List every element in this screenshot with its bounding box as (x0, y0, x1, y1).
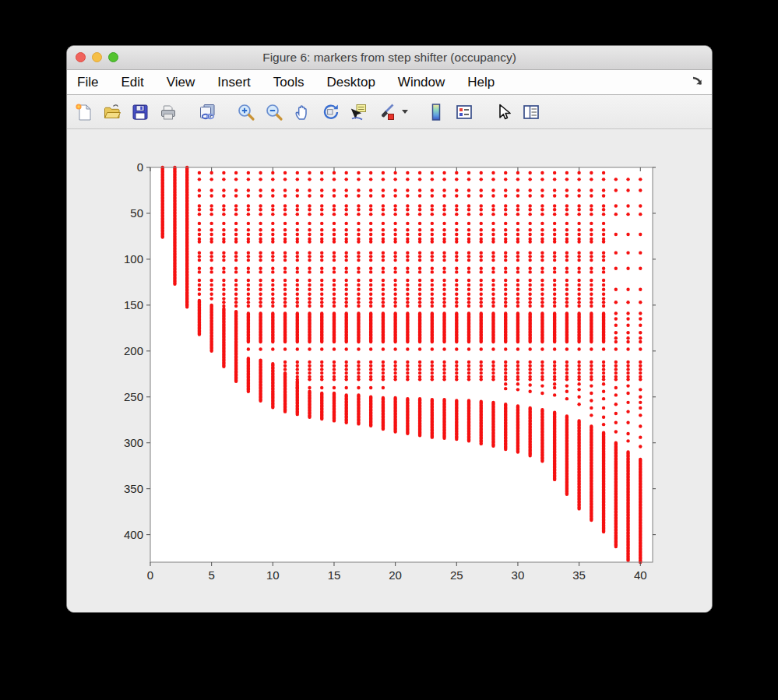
svg-text:300: 300 (124, 436, 143, 449)
save-figure-button[interactable] (129, 101, 151, 123)
property-inspector-button[interactable] (520, 101, 542, 123)
svg-text:0: 0 (137, 160, 143, 174)
menu-item-desktop[interactable]: Desktop (326, 75, 375, 90)
svg-text:25: 25 (450, 568, 463, 582)
svg-text:40: 40 (634, 568, 647, 582)
menu-item-view[interactable]: View (167, 75, 195, 90)
edit-plot-icon (494, 103, 512, 121)
zoom-out-button[interactable] (263, 101, 285, 123)
menu-item-insert[interactable]: Insert (217, 75, 251, 90)
zoom-in-icon (237, 103, 255, 121)
menu-bar: FileEditViewInsertToolsDesktopWindowHelp (67, 70, 712, 95)
open-file-button[interactable] (101, 101, 123, 123)
new-figure-icon (75, 103, 93, 121)
svg-text:100: 100 (124, 252, 143, 266)
toolbar-group (492, 101, 542, 123)
data-cursor-icon (349, 103, 368, 121)
menu-item-help[interactable]: Help (467, 75, 495, 90)
insert-legend-icon (455, 103, 473, 121)
print-figure-icon (159, 103, 178, 121)
svg-text:200: 200 (124, 344, 143, 357)
menu-item-tools[interactable]: Tools (273, 75, 305, 90)
svg-text:30: 30 (512, 568, 525, 582)
brush-icon (377, 103, 396, 121)
svg-text:5: 5 (208, 568, 214, 582)
pan-icon (293, 103, 312, 121)
print-figure-button[interactable] (157, 101, 179, 123)
toolbar-group (235, 101, 408, 123)
svg-text:35: 35 (572, 568, 586, 582)
data-cursor-button[interactable] (347, 101, 369, 123)
svg-text:250: 250 (124, 390, 143, 403)
new-figure-button[interactable] (73, 101, 95, 123)
svg-text:350: 350 (124, 482, 143, 495)
property-inspector-icon (522, 103, 540, 121)
zoom-button[interactable] (108, 52, 118, 62)
figure-toolbar (67, 95, 712, 129)
menu-item-file[interactable]: File (77, 75, 98, 90)
desktop-background: { "window": { "title": "Figure 6: marker… (0, 0, 778, 700)
open-file-icon (103, 103, 121, 121)
plot-axes[interactable]: 0510152025303540050100150200250300350400 (67, 129, 713, 613)
menu-item-window[interactable]: Window (398, 75, 445, 90)
figure-canvas: 0510152025303540050100150200250300350400 (67, 129, 712, 613)
zoom-out-icon (265, 103, 283, 121)
insert-colorbar-button[interactable] (425, 101, 447, 123)
toolbar-group (196, 101, 218, 123)
menu-item-edit[interactable]: Edit (121, 75, 143, 90)
svg-text:20: 20 (389, 568, 402, 582)
brush-dropdown-caret-icon[interactable] (402, 110, 408, 114)
minimize-button[interactable] (92, 52, 102, 62)
window-title: Figure 6: markers from step shifter (occ… (67, 46, 712, 69)
zoom-in-button[interactable] (235, 101, 257, 123)
svg-text:50: 50 (130, 206, 143, 220)
figure-window: Figure 6: markers from step shifter (occ… (66, 45, 713, 613)
svg-text:10: 10 (266, 568, 280, 582)
brush-button[interactable] (375, 101, 397, 123)
svg-text:15: 15 (328, 568, 341, 582)
rotate-3d-icon (321, 103, 340, 121)
rotate-3d-button[interactable] (319, 101, 341, 123)
close-button[interactable] (76, 52, 86, 62)
svg-text:0: 0 (147, 568, 153, 582)
svg-text:400: 400 (124, 528, 143, 541)
save-figure-icon (131, 103, 150, 121)
title-bar[interactable]: Figure 6: markers from step shifter (occ… (67, 46, 712, 70)
edit-plot-button[interactable] (492, 101, 514, 123)
dock-figure-icon[interactable] (691, 76, 705, 90)
insert-colorbar-icon (427, 103, 445, 121)
toolbar-group (425, 101, 475, 123)
svg-text:150: 150 (124, 298, 143, 311)
toolbar-group (73, 101, 179, 123)
link-plot-button[interactable] (196, 101, 218, 123)
insert-legend-button[interactable] (453, 101, 475, 123)
link-plot-icon (198, 103, 217, 121)
pan-button[interactable] (291, 101, 313, 123)
traffic-lights (76, 52, 118, 62)
